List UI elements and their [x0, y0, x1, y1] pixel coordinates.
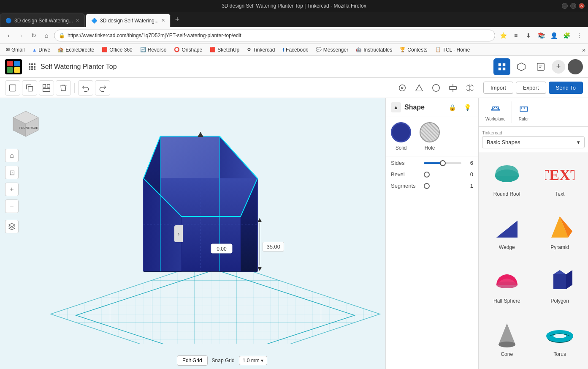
svg-rect-8: [47, 84, 50, 87]
bookmark-contests[interactable]: 🏆 Contests: [396, 46, 431, 54]
shape-view-icon[interactable]: [412, 80, 427, 96]
bookmarks-icon[interactable]: ⭐: [498, 30, 509, 41]
bookmark-gmail[interactable]: ✉ Gmail: [3, 46, 28, 54]
hole-type[interactable]: Hole: [420, 122, 440, 151]
group-button[interactable]: [39, 80, 54, 96]
new-tab-button[interactable]: +: [171, 14, 183, 25]
onshape-favicon: ⭕: [174, 47, 180, 52]
tab-2[interactable]: 🔷 3D design Self Watering... ✕: [86, 14, 171, 27]
shape-item-text[interactable]: TEXT Text: [534, 154, 587, 207]
bookmark-ecoledirecte[interactable]: 🏫 EcoleDirecte: [54, 46, 98, 54]
code-view-mode-button[interactable]: [532, 58, 549, 75]
svg-rect-1: [503, 63, 505, 66]
bookmark-tinkercad[interactable]: ⚙ Tinkercad: [244, 46, 278, 54]
maximize-button[interactable]: □: [570, 3, 576, 9]
bookmark-drive[interactable]: ▲ Drive: [29, 46, 54, 54]
circle-view-icon[interactable]: [428, 80, 444, 96]
user-profile-button[interactable]: +: [552, 60, 565, 74]
url-bar: ‹ › ↻ ⌂ 🔒 https://www.tinkercad.com/thin…: [0, 27, 588, 44]
home-view-button[interactable]: ⌂: [5, 149, 19, 162]
import-button[interactable]: Import: [483, 82, 513, 94]
profile-icon[interactable]: 👤: [548, 30, 559, 41]
svg-point-11: [401, 87, 403, 89]
edit-grid-button[interactable]: Edit Grid: [177, 355, 208, 366]
shape-item-polygon[interactable]: Polygon: [534, 261, 587, 314]
layers-button[interactable]: [5, 220, 19, 233]
delete-button[interactable]: [56, 80, 71, 96]
tinkercad-logo[interactable]: [5, 59, 22, 74]
subcategory-select[interactable]: Basic Shapes ▾: [482, 136, 585, 148]
segments-label: Segments: [391, 183, 420, 189]
bookmark-facebook[interactable]: f Facebook: [279, 46, 311, 54]
tab-1-close[interactable]: ✕: [76, 18, 79, 23]
collections-icon[interactable]: 📚: [536, 30, 547, 41]
shape-item-half-sphere[interactable]: Half Sphere: [480, 261, 534, 314]
tab-1[interactable]: 🔵 3D design Self Watering... ✕: [0, 14, 85, 27]
bookmark-office360[interactable]: 🟥 Office 360: [98, 46, 135, 54]
shape-item-cone[interactable]: Cone: [480, 314, 534, 367]
bookmark-reverso-label: Reverso: [148, 47, 167, 53]
workplane-tool[interactable]: Workplane: [482, 101, 509, 123]
3d-object-svg[interactable]: 0.00: [76, 123, 329, 343]
ruler-tool[interactable]: Ruler: [515, 101, 533, 123]
sides-slider[interactable]: [424, 162, 461, 164]
close-button[interactable]: ✕: [579, 3, 585, 9]
panel-collapse-button[interactable]: ›: [174, 225, 183, 242]
svg-text:0.00: 0.00: [217, 246, 227, 252]
undo-button[interactable]: [78, 80, 93, 96]
mirror-icon[interactable]: [462, 80, 477, 96]
shape-item-wedge[interactable]: Wedge: [480, 207, 534, 260]
grid-view-button[interactable]: [27, 62, 37, 72]
grid-view-mode-button[interactable]: [493, 58, 510, 75]
export-button[interactable]: Export: [516, 82, 546, 94]
url-input-wrap[interactable]: 🔒 https://www.tinkercad.com/things/1q7D5…: [54, 30, 495, 41]
send-to-button[interactable]: Send To: [549, 82, 583, 94]
shape-preview-pyramid: [545, 212, 574, 242]
fit-view-button[interactable]: ⊡: [5, 166, 19, 179]
view-cube[interactable]: FRONT RIGHT: [7, 105, 45, 143]
normal-view-icon[interactable]: [395, 80, 410, 96]
shape-item-pyramid[interactable]: Pyramid: [534, 207, 587, 260]
panel-up-button[interactable]: ▲: [391, 102, 401, 112]
height-value: 35.00: [263, 242, 284, 251]
refresh-button[interactable]: ↻: [29, 30, 39, 41]
extensions-icon[interactable]: 🧩: [561, 30, 572, 41]
home-button[interactable]: ⌂: [41, 30, 51, 41]
back-button[interactable]: ‹: [3, 30, 14, 41]
shape-item-round-roof[interactable]: Round Roof: [480, 154, 534, 207]
new-shape-button[interactable]: [5, 80, 20, 96]
zoom-in-button[interactable]: +: [5, 183, 19, 196]
snap-grid-select[interactable]: 1.0 mm ▾: [239, 356, 267, 365]
bookmark-onshape[interactable]: ⭕ Onshape: [171, 46, 206, 54]
bookmark-sketchup[interactable]: 🟥 SketchUp: [206, 46, 243, 54]
shape-preview-polygon: [545, 266, 574, 295]
facebook-favicon: f: [282, 47, 284, 52]
shape-lock-icon[interactable]: 🔒: [446, 101, 458, 113]
solid-type[interactable]: Solid: [391, 122, 411, 151]
viewport[interactable]: FRONT RIGHT ⌂ ⊡ + −: [0, 98, 385, 369]
minimize-button[interactable]: ─: [562, 3, 568, 9]
bookmarks-overflow-button[interactable]: »: [582, 46, 585, 53]
user-avatar[interactable]: [568, 59, 583, 74]
reading-view-icon[interactable]: ≡: [510, 30, 521, 41]
tab-1-favicon: 🔵: [5, 18, 12, 24]
svg-rect-0: [499, 63, 501, 66]
pocket-icon[interactable]: ⬇: [523, 30, 534, 41]
tab-2-close[interactable]: ✕: [161, 18, 165, 23]
bookmark-tcl[interactable]: 📋 TCL - Home: [432, 46, 474, 54]
redo-button[interactable]: [95, 80, 110, 96]
3d-view-mode-button[interactable]: [513, 58, 530, 75]
forward-button[interactable]: ›: [16, 30, 26, 41]
bookmark-messenger[interactable]: 💬 Messenger: [312, 46, 352, 54]
segments-control[interactable]: [424, 183, 430, 189]
bevel-control[interactable]: [424, 172, 430, 178]
align-icon[interactable]: [445, 80, 461, 96]
shape-light-icon[interactable]: 💡: [461, 101, 473, 113]
bookmark-instructables[interactable]: 🤖 Instructables: [352, 46, 396, 54]
shape-item-torus[interactable]: Torus: [534, 314, 587, 367]
zoom-out-button[interactable]: −: [5, 200, 19, 213]
more-icon[interactable]: ⋮: [574, 30, 585, 41]
bookmark-reverso[interactable]: 🔄 Reverso: [137, 46, 170, 54]
copy-button[interactable]: [22, 80, 37, 96]
segments-value: 1: [465, 183, 473, 189]
